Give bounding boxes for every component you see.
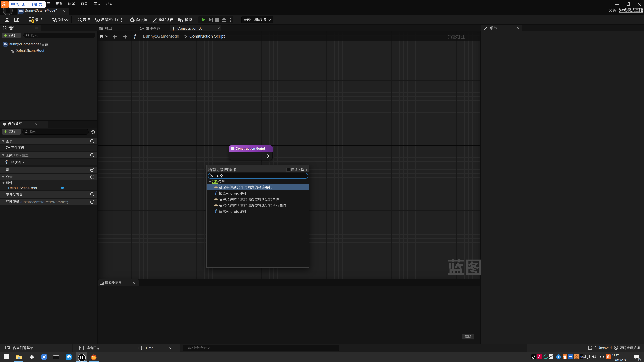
- svg-text:?: ?: [32, 20, 34, 23]
